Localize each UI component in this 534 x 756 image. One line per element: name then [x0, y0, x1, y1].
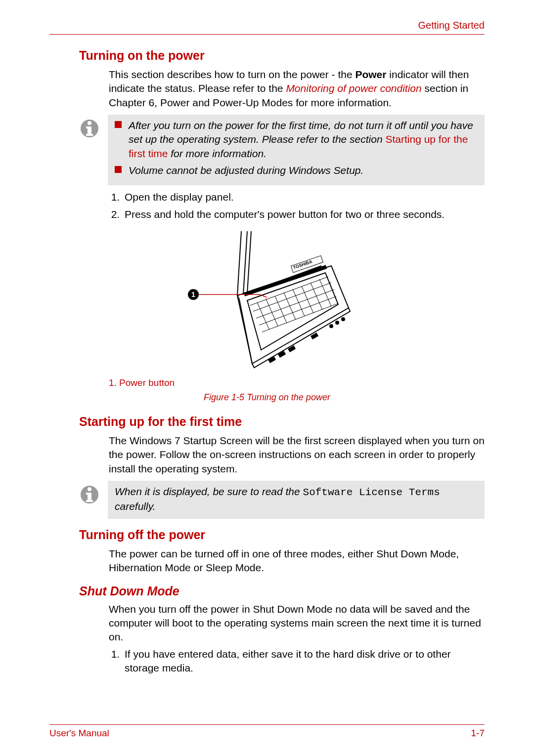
info-icon: [79, 481, 100, 505]
shutdown-steps: If you have entered data, either save it…: [109, 647, 485, 675]
heading-turning-on-power: Turning on the power: [79, 48, 485, 63]
footer-left: User's Manual: [49, 728, 109, 739]
footer-rule: [49, 724, 485, 725]
heading-turning-off-power: Turning off the power: [79, 528, 485, 542]
svg-point-29: [88, 487, 91, 491]
note-block-2: When it is displayed, be sure to read th…: [79, 481, 485, 519]
bullet-icon: [115, 166, 122, 173]
svg-point-22: [329, 324, 333, 328]
svg-point-24: [341, 317, 345, 321]
laptop-figure: TOSHIBA 1: [183, 231, 351, 370]
list-item: Open the display panel.: [123, 190, 485, 204]
text: When it is displayed, be sure to read th…: [115, 486, 303, 497]
heading-starting-up-first-time: Starting up for the first time: [79, 415, 485, 429]
svg-rect-32: [86, 493, 91, 495]
bullet-icon: [115, 121, 122, 128]
software-license-terms: Software License Terms: [303, 487, 440, 498]
figure-legend: 1. Power button: [109, 378, 485, 388]
note-item: Volume cannot be adjusted during Windows…: [115, 164, 478, 177]
heading-shut-down-mode: Shut Down Mode: [79, 584, 485, 598]
footer-right: 1-7: [471, 728, 485, 739]
startup-paragraph: The Windows 7 Startup Screen will be the…: [109, 434, 485, 476]
text: carefully.: [115, 501, 155, 512]
info-icon: [79, 115, 100, 139]
intro-paragraph: This section describes how to turn on th…: [109, 68, 485, 110]
shutdown-paragraph: When you turn off the power in Shut Down…: [109, 602, 485, 644]
page-footer: User's Manual 1-7: [49, 724, 485, 739]
svg-point-23: [335, 321, 339, 325]
note-block-1: After you turn on the power for the firs…: [79, 115, 485, 185]
page-header-right: Getting Started: [49, 20, 485, 31]
callout-badge-1: 1: [188, 289, 199, 300]
svg-rect-20: [288, 345, 296, 352]
note-content: After you turn on the power for the firs…: [108, 115, 485, 185]
svg-rect-3: [86, 134, 93, 136]
figure-container: TOSHIBA 1: [49, 231, 485, 370]
text: Volume cannot be adjusted during Windows…: [129, 164, 363, 177]
power-on-steps: Open the display panel. Press and hold t…: [109, 190, 485, 221]
header-rule: [49, 34, 485, 35]
list-item: Press and hold the computer's power butt…: [123, 208, 485, 221]
text: for more information.: [168, 148, 267, 159]
svg-rect-4: [86, 126, 91, 128]
turn-off-paragraph: The power can be turned off in one of th…: [109, 547, 485, 575]
note-content: When it is displayed, be sure to read th…: [108, 481, 485, 519]
list-item: If you have entered data, either save it…: [123, 647, 485, 675]
text: This section describes how to turn on th…: [109, 69, 355, 80]
figure-caption: Figure 1-5 Turning on the power: [49, 392, 485, 403]
link-monitoring-power-condition[interactable]: Monitoring of power condition: [286, 83, 421, 94]
svg-point-1: [88, 121, 91, 125]
note-item: After you turn on the power for the firs…: [115, 119, 478, 161]
power-bold: Power: [355, 69, 386, 80]
svg-rect-31: [86, 500, 93, 502]
